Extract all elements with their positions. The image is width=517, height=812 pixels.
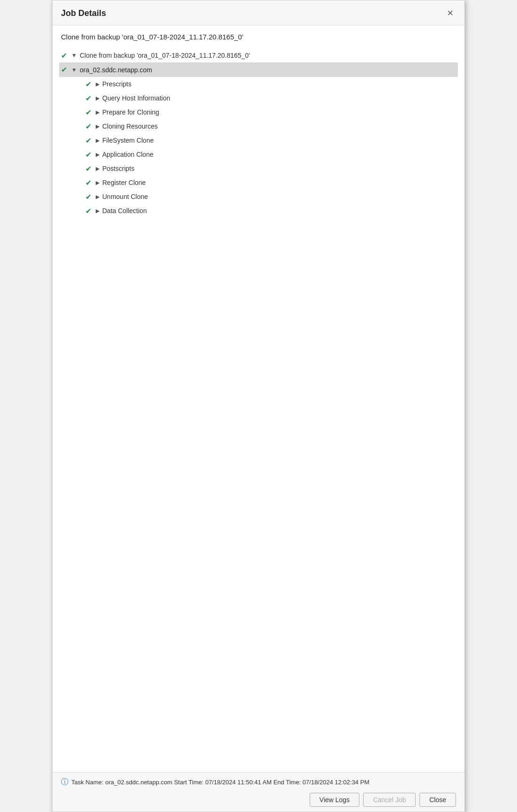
item-label: Application Clone: [102, 151, 153, 158]
item-expand-arrow[interactable]: ▶: [96, 208, 102, 214]
cancel-job-button[interactable]: Cancel Job: [363, 793, 416, 807]
root-expand-arrow[interactable]: ▼: [71, 52, 80, 59]
info-icon: ⓘ: [61, 777, 68, 787]
item-check-icon: ✔: [85, 164, 96, 173]
item-expand-arrow[interactable]: ▶: [96, 81, 102, 87]
tree-item-row: ✔▶ Application Clone: [85, 147, 456, 161]
dialog-footer: ⓘ Task Name: ora_02.sddc.netapp.com Star…: [53, 772, 464, 812]
host-check-icon: ✔: [61, 65, 71, 74]
item-expand-arrow[interactable]: ▶: [96, 194, 102, 200]
item-expand-arrow[interactable]: ▶: [96, 95, 102, 101]
main-title: Clone from backup 'ora_01_07-18-2024_11.…: [61, 33, 456, 41]
item-label: Postscripts: [102, 165, 134, 172]
job-details-dialog: Job Details × Clone from backup 'ora_01_…: [52, 0, 465, 812]
item-label: Prepare for Cloning: [102, 108, 159, 116]
root-label: Clone from backup 'ora_01_07-18-2024_11.…: [80, 52, 250, 59]
item-check-icon: ✔: [85, 192, 96, 201]
item-label: Query Host Information: [102, 94, 170, 102]
tree-item-row: ✔▶ Prepare for Cloning: [85, 105, 456, 119]
item-expand-arrow[interactable]: ▶: [96, 180, 102, 186]
tree-item-row: ✔▶ Unmount Clone: [85, 190, 456, 204]
item-expand-arrow[interactable]: ▶: [96, 109, 102, 115]
tree-items-container: ✔▶ Prescripts✔▶ Query Host Information✔▶…: [61, 77, 456, 218]
view-logs-button[interactable]: View Logs: [310, 793, 359, 807]
footer-buttons: View Logs Cancel Job Close: [61, 793, 456, 807]
tree-item-row: ✔▶ FileSystem Clone: [85, 133, 456, 147]
item-expand-arrow[interactable]: ▶: [96, 138, 102, 144]
tree-container: ✔ ▼ Clone from backup 'ora_01_07-18-2024…: [61, 48, 456, 218]
dialog-title: Job Details: [61, 8, 106, 18]
tree-item-row: ✔▶ Register Clone: [85, 176, 456, 190]
host-label: ora_02.sddc.netapp.com: [80, 66, 152, 74]
item-label: Prescripts: [102, 80, 131, 88]
item-check-icon: ✔: [85, 94, 96, 103]
close-button[interactable]: Close: [419, 793, 456, 807]
item-label: Data Collection: [102, 207, 147, 214]
dialog-body: Clone from backup 'ora_01_07-18-2024_11.…: [53, 25, 464, 772]
tree-item-row: ✔▶ Data Collection: [85, 204, 456, 218]
item-expand-arrow[interactable]: ▶: [96, 123, 102, 130]
item-expand-arrow[interactable]: ▶: [96, 166, 102, 172]
dialog-close-button[interactable]: ×: [444, 7, 456, 19]
tree-item-row: ✔▶ Query Host Information: [85, 91, 456, 105]
tree-root-row: ✔ ▼ Clone from backup 'ora_01_07-18-2024…: [61, 48, 456, 62]
item-label: Unmount Clone: [102, 193, 148, 200]
root-check-icon: ✔: [61, 51, 71, 60]
tree-host-row: ✔ ▼ ora_02.sddc.netapp.com: [59, 62, 458, 77]
item-check-icon: ✔: [85, 178, 96, 187]
footer-info: ⓘ Task Name: ora_02.sddc.netapp.com Star…: [61, 777, 456, 787]
item-check-icon: ✔: [85, 108, 96, 117]
dialog-header: Job Details ×: [53, 0, 464, 25]
item-label: Register Clone: [102, 179, 146, 186]
footer-info-text: Task Name: ora_02.sddc.netapp.com Start …: [71, 779, 369, 786]
item-check-icon: ✔: [85, 80, 96, 89]
item-check-icon: ✔: [85, 150, 96, 159]
item-label: Cloning Resources: [102, 123, 158, 130]
item-check-icon: ✔: [85, 207, 96, 215]
tree-item-row: ✔▶ Prescripts: [85, 77, 456, 91]
item-expand-arrow[interactable]: ▶: [96, 152, 102, 158]
tree-item-row: ✔▶ Postscripts: [85, 161, 456, 176]
item-label: FileSystem Clone: [102, 137, 154, 144]
tree-item-row: ✔▶ Cloning Resources: [85, 119, 456, 133]
item-check-icon: ✔: [85, 136, 96, 145]
item-check-icon: ✔: [85, 122, 96, 131]
host-expand-arrow[interactable]: ▼: [71, 67, 80, 73]
